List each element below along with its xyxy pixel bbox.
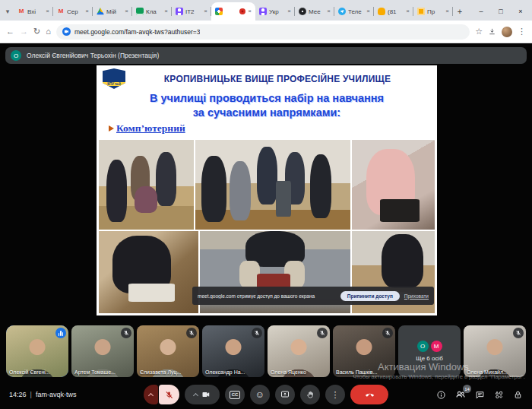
end-call-button[interactable] [350, 385, 388, 404]
bullet-text: Комп’ютерний [116, 122, 185, 135]
google-meet-icon [215, 8, 223, 15]
tab-close-icon[interactable]: × [366, 8, 370, 14]
browser-tab-contact[interactable]: ІТ2 × [172, 2, 211, 21]
tab-search-icon[interactable]: ▾ [2, 2, 14, 21]
window-minimize-button[interactable]: – [471, 8, 491, 15]
browser-tab-meet-2[interactable]: Мее × [295, 2, 334, 21]
tab-close-icon[interactable]: × [327, 8, 331, 14]
present-screen-button[interactable] [275, 385, 295, 404]
mic-options-chevron-icon[interactable] [144, 385, 158, 404]
participant-tile[interactable]: Артем Томаше... [71, 325, 134, 377]
back-icon[interactable]: ← [6, 27, 14, 36]
home-icon[interactable]: ⌂ [46, 27, 51, 36]
more-participants-tile[interactable]: О М Ще 6 осіб [398, 325, 461, 377]
collage-photo-writing [99, 231, 198, 313]
browser-tab-telegram[interactable]: Теле × [334, 2, 374, 21]
collage-photo-workbench-group [195, 140, 350, 230]
participant-tile[interactable]: Єлизавета Луц... [137, 325, 199, 377]
more-options-button[interactable]: ⋮ [325, 385, 345, 404]
mic-off-icon [252, 328, 262, 338]
window-restore-button[interactable]: □ [491, 8, 511, 15]
mic-off-icon [317, 328, 328, 338]
tab-close-icon[interactable]: × [85, 8, 89, 14]
more-participants-label: Ще 6 осіб [416, 355, 443, 362]
mic-muted-button[interactable] [159, 385, 179, 404]
browser-tab-sheets[interactable]: Кла × [132, 2, 172, 21]
camera-options-chevron-icon[interactable] [193, 392, 198, 398]
shapes-icon [494, 390, 504, 400]
participant-tile[interactable]: Олексій Євгені... [6, 325, 68, 377]
avatar: О [417, 341, 429, 352]
mic-control[interactable] [144, 385, 179, 404]
media-recording-indicator-icon [239, 8, 245, 14]
tab-label: (81 [388, 8, 404, 15]
tab-close-icon[interactable]: × [125, 8, 128, 14]
raise-hand-button[interactable] [300, 385, 320, 404]
browser-tab-notifications[interactable]: (81 × [374, 2, 413, 21]
profile-avatar[interactable] [502, 27, 512, 37]
participant-tile[interactable]: Олена Михайл... [464, 325, 526, 377]
tab-close-icon[interactable]: × [46, 8, 49, 14]
participant-name: Олена Михайл... [467, 369, 508, 375]
tab-close-icon[interactable]: × [204, 8, 207, 14]
browser-tab-slides[interactable]: Пр × [413, 2, 453, 21]
bullet-arrow-icon [109, 125, 114, 132]
browser-tab-meet-active[interactable]: × [211, 2, 255, 21]
browser-tab-contact-2[interactable]: Укр × [255, 2, 295, 21]
smiley-icon: ☺ [255, 390, 264, 399]
mic-off-icon [121, 328, 131, 338]
browser-tab-drive[interactable]: Мій × [93, 2, 132, 21]
tab-close-icon[interactable]: × [406, 8, 410, 14]
tab-label: Кла [146, 8, 162, 15]
presenter-banner[interactable]: О Олексій Євгенійович Терьохін (Презента… [5, 47, 527, 64]
browser-tab-gmail-inbox[interactable]: M Вхі × [14, 2, 53, 21]
chat-panel-button[interactable] [475, 390, 485, 400]
tab-label: Пр [427, 8, 443, 15]
forward-icon[interactable]: → [20, 27, 28, 36]
reactions-button[interactable]: ☺ [250, 385, 270, 404]
reload-icon[interactable]: ↻ [33, 27, 40, 36]
hide-toast-link: Приховати [404, 293, 429, 299]
school-logo-ribbon: КПУ №9 [103, 82, 125, 86]
activities-panel-button[interactable] [494, 390, 504, 400]
slide-header: КПУ №9 КРОПИВНИЦЬКЕ ВИЩЕ ПРОФЕСІЙНЕ УЧИЛ… [97, 65, 437, 89]
address-bar[interactable]: meet.google.com/fam-avqk-tws?authuser=3 [56, 24, 470, 40]
collage-photo-students-desk [99, 140, 194, 230]
participant-tile[interactable]: Олена Яценко [268, 325, 330, 377]
host-controls-button[interactable] [513, 390, 523, 400]
tab-close-icon[interactable]: × [287, 8, 291, 14]
participant-tile[interactable]: Олександр На... [202, 325, 264, 377]
participant-name: Олена Яценко [271, 369, 306, 375]
slide-title-line1: В училищі проводиться набір на навчання [97, 91, 437, 106]
tab-close-icon[interactable]: × [248, 8, 252, 14]
gmail-icon: M [17, 8, 25, 15]
new-tab-button[interactable]: + [453, 2, 467, 21]
more-participants-avatars: О М [417, 341, 442, 352]
presented-slide: КПУ №9 КРОПИВНИЦЬКЕ ВИЩЕ ПРОФЕСІЙНЕ УЧИЛ… [97, 65, 437, 315]
browser-toolbar: ← → ↻ ⌂ meet.google.com/fam-avqk-tws?aut… [0, 21, 532, 43]
collage-photo-pink-hoodie [352, 140, 435, 230]
browser-tab-gmail-2[interactable]: M Сер × [53, 2, 93, 21]
screen-share-toast: meet.google.com отримує доступ до вашого… [192, 287, 434, 305]
captions-button[interactable]: CC [225, 385, 245, 404]
meeting-details-button[interactable] [436, 390, 446, 400]
tab-close-icon[interactable]: × [445, 8, 449, 14]
clock-time: 14:26 [9, 391, 27, 398]
tab-close-icon[interactable]: × [164, 8, 168, 14]
gmail-icon: M [57, 8, 65, 15]
window-close-button[interactable]: × [511, 8, 530, 15]
tab-label: Укр [269, 8, 285, 15]
participant-tile[interactable]: Василь Пашків... [333, 325, 395, 377]
school-logo-shield-icon: КПУ №9 [103, 68, 125, 89]
browser-menu-icon[interactable]: ⋮ [518, 27, 526, 36]
slide-bullet: Комп’ютерний [109, 122, 437, 135]
meet-control-bar: 14:26 | fam-avqk-tws CC ☺ [0, 380, 532, 409]
chat-icon [475, 390, 485, 400]
slide-title: В училищі проводиться набір на навчання … [97, 91, 437, 120]
people-panel-button[interactable]: 14 [455, 389, 466, 400]
camera-control[interactable] [185, 385, 220, 404]
slide-title-line2: за сучасними напрямками: [97, 106, 437, 120]
meta-divider: | [30, 391, 32, 398]
bookmark-star-icon[interactable]: ☆ [475, 27, 483, 36]
download-icon[interactable] [488, 27, 496, 36]
